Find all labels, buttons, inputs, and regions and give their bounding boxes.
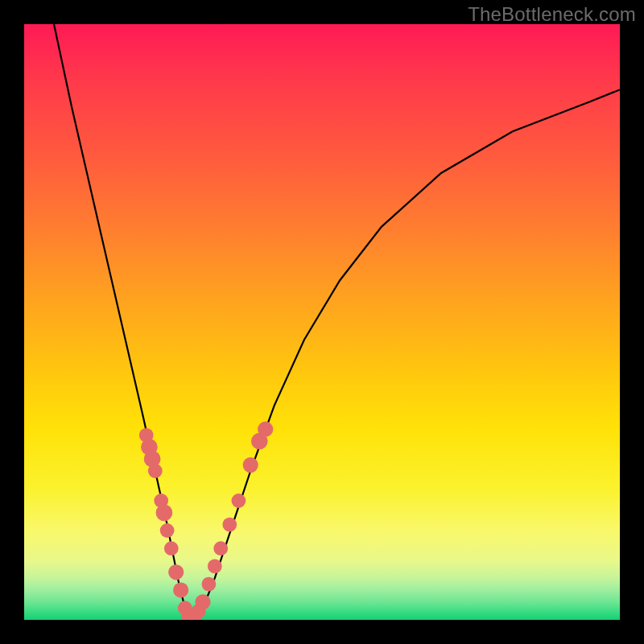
watermark-text: TheBottleneck.com <box>468 3 636 26</box>
curve-svg <box>24 24 620 620</box>
marker-dot <box>164 541 179 555</box>
plot-area <box>24 24 620 620</box>
marker-dot <box>168 564 184 580</box>
marker-dots <box>139 422 274 620</box>
marker-dot <box>160 523 175 538</box>
marker-dot <box>202 577 217 592</box>
marker-dot <box>222 518 237 532</box>
marker-dot <box>195 594 210 609</box>
marker-dot <box>213 541 228 555</box>
bottleneck-curve <box>54 24 620 620</box>
chart-frame: TheBottleneck.com <box>0 0 644 644</box>
marker-dot <box>208 559 222 574</box>
marker-dot <box>156 504 173 521</box>
marker-dot <box>243 457 258 473</box>
marker-dot <box>232 493 246 508</box>
marker-dot <box>148 464 163 478</box>
marker-dot <box>173 582 188 597</box>
marker-dot <box>258 422 273 437</box>
